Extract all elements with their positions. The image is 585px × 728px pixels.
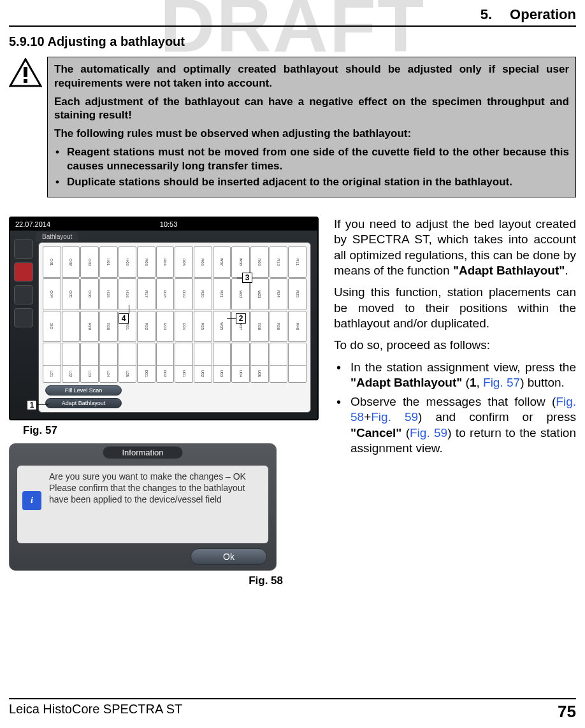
grid-cell[interactable]: SID [43,311,61,342]
grid-cell[interactable]: R24 [270,278,288,310]
footer-page-number: 75 [558,702,576,722]
grid-bottom-cell[interactable]: L04 [99,365,118,383]
grid-cell[interactable]: W23 [250,278,269,310]
page-footer: Leica HistoCore SPECTRA ST 75 [9,698,576,722]
section-heading: 5.9.10 Adjusting a bathlayout [9,34,576,49]
grid-cell[interactable]: R06 [194,246,212,278]
paragraph-1: If you need to adjust the bed layout cre… [334,217,576,278]
grid-cell[interactable]: O04 [43,278,61,310]
ss1-date: 22.07.2014 [15,220,50,228]
grid-cell[interactable]: O03 [80,246,99,278]
svg-rect-2 [24,79,27,83]
chapter-title: Operation [510,6,576,23]
grid-cell[interactable]: R19 [175,278,193,310]
grid-cell[interactable]: R35 [194,311,212,342]
warning-p3: The following rules must be observed whe… [54,127,569,141]
ok-button[interactable]: Ok [191,548,267,565]
grid-cell[interactable] [62,311,80,342]
figure-57-screenshot: 22.07.2014 10:53 Bathlayout O01O02O03H01… [9,217,319,420]
warning-icon [9,58,42,87]
callout-1-line [37,404,48,405]
bathlayout-grid: O01O02O03H01H02R03R04R05R06W07W08R09R10R… [43,246,307,374]
grid-cell[interactable]: R11 [288,246,307,278]
grid-cell[interactable]: R20 [194,278,212,310]
grid-cell[interactable]: R32 [137,311,155,342]
warning-block: The automatically and optimally created … [9,57,576,197]
grid-bottom-cell[interactable]: U03 [213,365,231,383]
dialog-title: Information [103,446,182,459]
callout-2-line [227,318,236,319]
grid-cell[interactable]: R17 [137,278,155,310]
dialog-body: i Are you sure you want to make the chan… [17,466,268,543]
figure-58-label: Fig. 58 [23,575,283,587]
bathlayout-panel: O01O02O03H01H02R03R04R05R06W07W08R09R10R… [38,242,311,413]
warning-bullet-2: Duplicate stations should be inserted ad… [64,175,569,189]
callout-2: 2 [236,313,246,324]
grid-cell[interactable]: R30 [99,311,118,342]
sidebar-button-2[interactable] [14,262,33,282]
section-number: 5.9.10 [9,34,45,48]
grid-cell[interactable]: R03 [137,246,155,278]
grid-cell[interactable]: W22 [231,278,250,310]
warning-p2: Each adjustment of the bathlayout can ha… [54,95,569,123]
figure-58-screenshot: Information i Are you sure you want to m… [9,443,277,571]
sidebar-button-4[interactable] [14,308,33,327]
list-item-2: Observe the messages that follow (Fig. 5… [350,394,576,456]
grid-cell[interactable]: R04 [156,246,175,278]
paragraph-2: Using this function, station placements … [334,285,576,331]
sidebar-button-3[interactable] [14,285,33,304]
grid-bottom-cell[interactable]: U02 [194,365,212,383]
grid-cell[interactable]: H16 [119,278,137,310]
grid-bottom-cell[interactable]: L01 [43,365,61,383]
grid-cell[interactable]: R39 [270,311,288,342]
grid-bottom-cell[interactable]: D01 [137,365,155,383]
grid-cell[interactable]: O05 [62,278,80,310]
chapter-number: 5. [480,6,492,23]
grid-bottom-cell[interactable] [288,365,307,383]
grid-cell[interactable]: R25 [288,278,307,310]
ss1-sidebar [14,239,34,413]
figure-57-label: Fig. 57 [23,424,321,437]
paragraph-3: To do so, proceed as follows: [334,338,576,353]
grid-cell[interactable]: R40 [288,311,307,342]
callout-3: 3 [242,273,252,283]
info-icon: i [22,491,41,510]
section-title: Adjusting a bathlayout [47,34,185,48]
grid-bottom-cell[interactable]: U05 [250,365,269,383]
grid-cell[interactable]: O01 [43,246,61,278]
grid-cell[interactable]: R29 [80,311,99,342]
sidebar-button-1[interactable] [14,239,33,259]
grid-cell[interactable]: R33 [156,311,175,342]
grid-cell[interactable]: R21 [213,278,231,310]
fill-level-scan-button[interactable]: Fill Level Scan [45,385,122,396]
callout-4: 4 [119,313,129,324]
grid-cell[interactable]: W07 [213,246,231,278]
grid-bottom-cell[interactable]: L02 [62,365,80,383]
grid-cell[interactable]: H01 [99,246,118,278]
grid-cell[interactable]: H15 [99,278,118,310]
grid-cell[interactable]: R18 [156,278,175,310]
grid-cell[interactable]: R10 [270,246,288,278]
grid-cell[interactable]: O02 [62,246,80,278]
grid-bottom-cell[interactable]: L05 [119,365,137,383]
grid-cell[interactable]: O06 [80,278,99,310]
grid-bottom-cell[interactable] [270,365,288,383]
grid-cell[interactable]: R05 [175,246,193,278]
warning-p1: The automatically and optimally created … [54,62,569,90]
grid-cell[interactable]: H02 [119,246,137,278]
warning-bullet-1: Reagent stations must not be moved from … [64,145,569,173]
grid-cell[interactable]: R38 [250,311,269,342]
adapt-bathlayout-button[interactable]: Adapt Bathlayout [45,398,122,408]
dialog-text: Are you sure you want to make the change… [49,471,246,504]
list-item-1: In the station assignment view, press th… [350,360,576,391]
grid-cell[interactable]: R34 [175,311,193,342]
grid-bottom-cell[interactable]: U04 [231,365,250,383]
warning-box: The automatically and optimally created … [47,57,576,197]
grid-cell[interactable]: R09 [250,246,269,278]
svg-rect-1 [24,67,27,77]
grid-cell[interactable]: W35 [213,311,231,342]
grid-bottom-cell[interactable]: D02 [156,365,175,383]
ss1-time: 10:53 [160,220,178,228]
grid-bottom-cell[interactable]: L03 [80,365,99,383]
grid-bottom-cell[interactable]: U01 [175,365,193,383]
